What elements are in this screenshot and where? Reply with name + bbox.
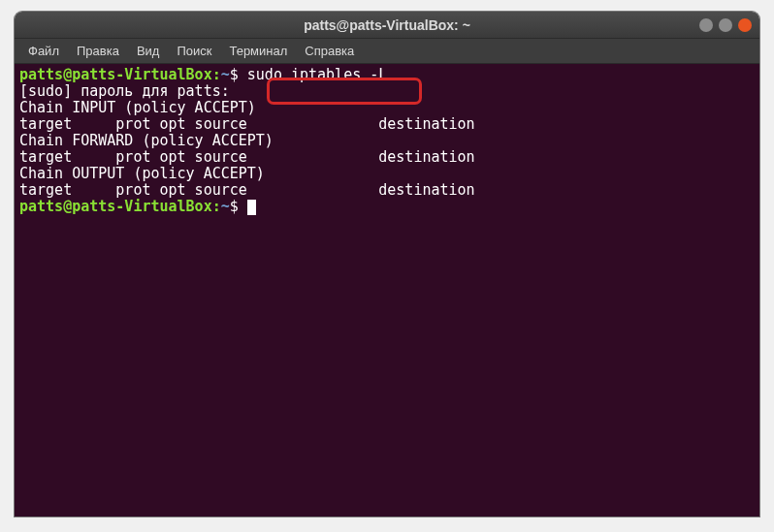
output-line: Chain INPUT (policy ACCEPT)	[19, 100, 755, 116]
window-controls	[699, 18, 752, 32]
cursor	[247, 200, 256, 215]
prompt-path: ~	[221, 66, 230, 83]
titlebar: patts@patts-VirtualBox: ~	[15, 12, 759, 39]
terminal-output[interactable]: patts@patts-VirtualBox:~$ sudo iptables …	[15, 64, 759, 516]
minimize-button[interactable]	[699, 18, 713, 32]
menu-terminal[interactable]: Терминал	[221, 41, 295, 61]
prompt-dollar: $	[230, 198, 247, 215]
menu-edit[interactable]: Правка	[69, 41, 127, 61]
output-line: target prot opt source destination	[19, 182, 755, 199]
prompt-user: patts@patts-VirtualBox	[19, 198, 212, 215]
close-button[interactable]	[738, 18, 752, 32]
menu-help[interactable]: Справка	[297, 41, 362, 61]
menu-view[interactable]: Вид	[129, 41, 168, 61]
menubar: Файл Правка Вид Поиск Терминал Справка	[15, 39, 759, 64]
prompt-path: ~	[221, 198, 230, 215]
prompt-colon: :	[212, 66, 221, 83]
output-line: Chain OUTPUT (policy ACCEPT)	[19, 166, 755, 182]
command-text: sudo iptables -L	[247, 66, 388, 83]
maximize-button[interactable]	[719, 18, 732, 32]
prompt-line-1: patts@patts-VirtualBox:~$ sudo iptables …	[19, 67, 755, 83]
output-line: target prot opt source destination	[19, 116, 755, 133]
prompt-line-2: patts@patts-VirtualBox:~$	[19, 199, 755, 215]
menu-search[interactable]: Поиск	[169, 41, 219, 61]
prompt-dollar: $	[230, 66, 247, 83]
window-title: patts@patts-VirtualBox: ~	[304, 17, 470, 33]
prompt-colon: :	[212, 198, 221, 215]
terminal-window: patts@patts-VirtualBox: ~ Файл Правка Ви…	[15, 12, 759, 516]
output-line: target prot opt source destination	[19, 149, 755, 166]
output-line: Chain FORWARD (policy ACCEPT)	[19, 133, 755, 149]
output-line: [sudo] пароль для patts:	[19, 83, 755, 100]
menu-file[interactable]: Файл	[20, 41, 67, 61]
prompt-user: patts@patts-VirtualBox	[19, 66, 212, 83]
